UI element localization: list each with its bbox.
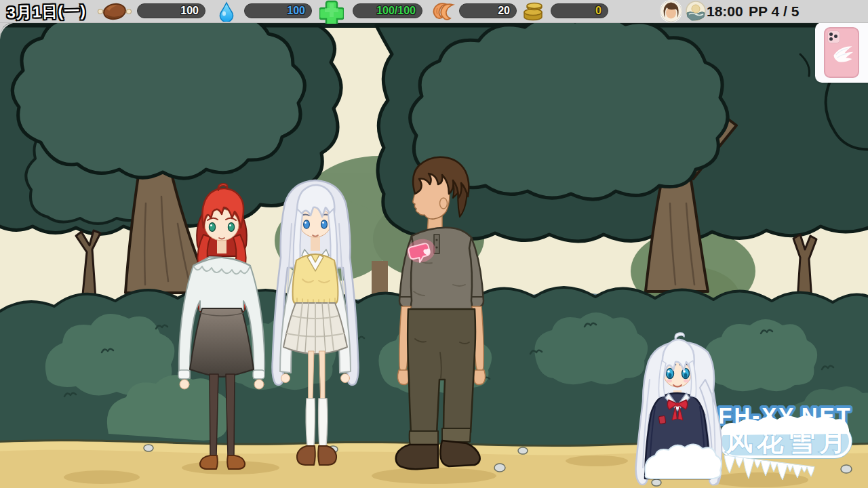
meat-value: 100 bbox=[180, 5, 199, 16]
coin-stack-icon bbox=[521, 1, 545, 22]
gold-counter: 0 bbox=[551, 3, 608, 18]
food-counter: 20 bbox=[459, 3, 517, 18]
wing-icon bbox=[831, 43, 854, 66]
game-scene: FH-XY.NET 风花雪月 bbox=[0, 0, 868, 488]
phone-button[interactable] bbox=[824, 27, 859, 78]
phone-camera-icon bbox=[827, 30, 840, 43]
action-points-label: PP 4 / 5 bbox=[749, 3, 799, 20]
meat-counter: 100 bbox=[137, 3, 205, 18]
health-counter: 100/100 bbox=[353, 3, 422, 18]
food-value: 20 bbox=[498, 5, 510, 16]
date-label: 3月1日(一) bbox=[7, 0, 87, 23]
sunset-time-icon bbox=[686, 1, 706, 21]
clock-label: 18:00 bbox=[707, 3, 743, 20]
health-cross-icon bbox=[319, 0, 344, 24]
meat-icon bbox=[97, 1, 132, 22]
health-value: 100/100 bbox=[376, 5, 416, 16]
player-portrait[interactable] bbox=[660, 0, 682, 22]
gold-value: 0 bbox=[595, 5, 601, 16]
top-bar: 3月1日(一) 100 100 100/100 20 bbox=[0, 0, 868, 23]
phone-panel bbox=[815, 22, 868, 83]
water-drop-icon bbox=[218, 1, 235, 22]
water-value: 100 bbox=[287, 5, 305, 16]
shrimp-icon bbox=[430, 1, 456, 20]
water-counter: 100 bbox=[244, 3, 312, 18]
